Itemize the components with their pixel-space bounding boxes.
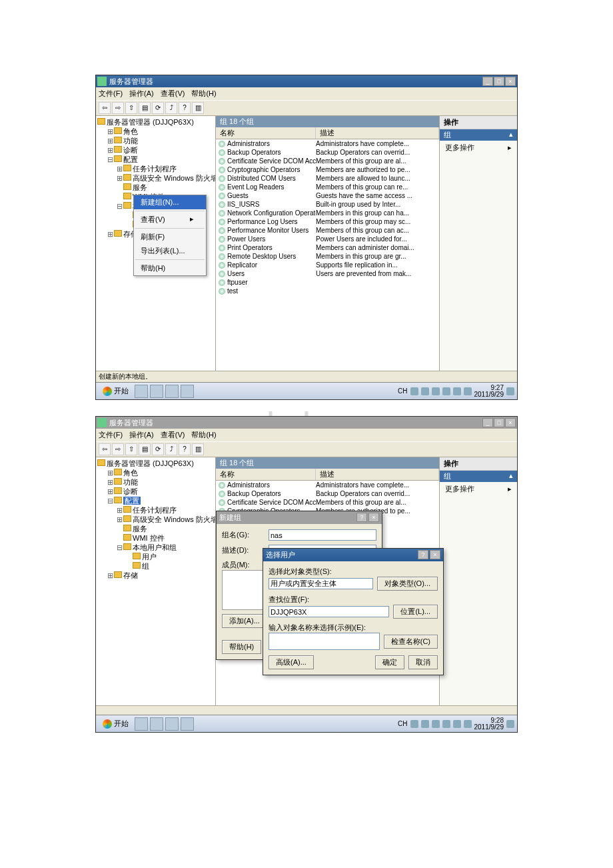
ctx-view[interactable]: 查看(V)▸ <box>134 213 206 227</box>
tree-config-selected[interactable]: 配置 <box>123 497 141 505</box>
props-icon[interactable]: ▤ <box>139 443 151 455</box>
tree-features[interactable]: 功能 <box>123 137 138 145</box>
quicklaunch-icon[interactable] <box>165 385 179 398</box>
expand-icon[interactable]: ⊞ <box>107 145 114 155</box>
ctx-export[interactable]: 导出列表(L)... <box>134 244 206 258</box>
titlebar[interactable]: 服务器管理器 _ □ × <box>96 417 517 429</box>
quicklaunch-icon[interactable] <box>150 717 163 731</box>
up-icon[interactable]: ⇧ <box>125 443 137 455</box>
tray-icon[interactable] <box>421 387 429 395</box>
tree-services[interactable]: 服务 <box>133 525 147 533</box>
quicklaunch-icon[interactable] <box>135 717 148 731</box>
quicklaunch-icon[interactable] <box>181 385 194 398</box>
collapse-icon[interactable]: ⊟ <box>116 201 123 211</box>
nav-forward-icon[interactable]: ⇨ <box>112 102 124 114</box>
tree-wmi[interactable]: WMI 控件 <box>133 534 165 542</box>
tree-pane[interactable]: 服务器管理器 (DJJQP63X) ⊞角色 ⊞功能 ⊞诊断 ⊟配置 ⊞任务计划程… <box>96 457 216 705</box>
col-desc[interactable]: 描述 <box>316 127 439 139</box>
table-row[interactable]: ftpuser <box>216 278 439 287</box>
table-row[interactable]: Event Log ReadersMembers of this group c… <box>216 183 439 191</box>
help-icon[interactable]: ? <box>179 443 191 455</box>
table-row[interactable]: UsersUsers are prevented from mak... <box>216 269 439 278</box>
tray-icon[interactable] <box>442 387 450 395</box>
expand-icon[interactable]: ⊞ <box>107 127 114 136</box>
tree-diagnostics[interactable]: 诊断 <box>123 487 138 495</box>
table-row[interactable]: Cryptographic OperatorsMembers are autho… <box>216 165 439 174</box>
tree-root[interactable]: 服务器管理器 (DJJQP63X) <box>107 118 194 126</box>
ctx-refresh[interactable]: 刷新(F) <box>134 230 206 244</box>
group-name-input[interactable] <box>269 529 376 541</box>
tree-firewall[interactable]: 高级安全 Windows 防火墙 <box>133 515 216 523</box>
tree-diagnostics[interactable]: 诊断 <box>123 146 138 154</box>
col-desc[interactable]: 描述 <box>316 469 439 480</box>
nav-back-icon[interactable]: ⇦ <box>99 102 111 114</box>
table-row[interactable]: GuestsGuests have the same access ... <box>216 191 439 200</box>
tree-users[interactable]: 用户 <box>142 553 157 561</box>
action-more[interactable]: 更多操作▸ <box>440 141 517 155</box>
props-icon[interactable]: ▤ <box>139 102 151 114</box>
tree-root[interactable]: 服务器管理器 (DJJQP63X) <box>107 459 194 467</box>
expand-icon[interactable]: ⊞ <box>107 229 114 239</box>
table-row[interactable]: Backup OperatorsBackup Operators can ove… <box>216 148 439 157</box>
quicklaunch-icon[interactable] <box>135 385 148 398</box>
expand-icon[interactable]: ⊞ <box>116 505 123 515</box>
close-button[interactable]: × <box>368 513 379 522</box>
maximize-button[interactable]: □ <box>494 418 504 427</box>
table-row[interactable]: Backup OperatorsBackup Operators can ove… <box>216 489 439 498</box>
ctx-new-group[interactable]: 新建组(N)... <box>134 195 206 209</box>
menu-action[interactable]: 操作(A) <box>129 430 154 440</box>
advanced-button[interactable]: 高级(A)... <box>269 655 314 669</box>
table-row[interactable]: Remote Desktop UsersMembers in this grou… <box>216 252 439 261</box>
expand-icon[interactable]: ⊞ <box>107 136 114 145</box>
location-input[interactable] <box>269 606 389 617</box>
tree-groups[interactable]: 组 <box>142 562 149 570</box>
object-types-button[interactable]: 对象类型(O)... <box>377 577 438 591</box>
tray-icon[interactable] <box>506 720 514 728</box>
quicklaunch-icon[interactable] <box>165 717 179 731</box>
collapse-icon[interactable]: ⊟ <box>107 155 114 164</box>
minimize-button[interactable]: _ <box>482 418 493 427</box>
collapse-up-icon[interactable]: ▴ <box>509 471 513 481</box>
tree-task-scheduler[interactable]: 任务计划程序 <box>133 165 177 173</box>
expand-icon[interactable]: ⊞ <box>116 173 123 183</box>
tree-features[interactable]: 功能 <box>123 478 138 486</box>
ok-button[interactable]: 确定 <box>375 655 404 669</box>
table-row[interactable]: IIS_IUSRSBuilt-in group used by Inter... <box>216 200 439 209</box>
close-button[interactable]: × <box>430 550 440 559</box>
help-button[interactable]: ? <box>418 550 428 559</box>
help-icon[interactable]: ? <box>179 102 191 114</box>
tray-icon[interactable] <box>410 720 418 728</box>
help-button[interactable]: 帮助(H) <box>222 640 261 654</box>
tree-roles[interactable]: 角色 <box>123 127 138 135</box>
tray-icon[interactable] <box>432 387 440 395</box>
tree-firewall[interactable]: 高级安全 Windows 防火墙 <box>133 174 216 182</box>
col-name[interactable]: 名称 <box>216 469 316 480</box>
locations-button[interactable]: 位置(L)... <box>393 605 438 619</box>
quicklaunch-icon[interactable] <box>181 717 194 731</box>
table-row[interactable]: test <box>216 287 439 295</box>
tray-icon[interactable] <box>432 720 440 728</box>
menu-help[interactable]: 帮助(H) <box>191 430 216 440</box>
groups-list[interactable]: AdministratorsAdministrators have comple… <box>216 139 439 371</box>
table-row[interactable]: Print OperatorsMembers can administer do… <box>216 243 439 252</box>
table-row[interactable]: Network Configuration OperatorsMembers i… <box>216 209 439 217</box>
nav-forward-icon[interactable]: ⇨ <box>112 443 124 455</box>
up-icon[interactable]: ⇧ <box>125 102 137 114</box>
expand-icon[interactable]: ⊞ <box>107 468 114 477</box>
expand-icon[interactable]: ⊞ <box>107 571 114 580</box>
tree-config[interactable]: 配置 <box>123 155 138 163</box>
menu-view[interactable]: 查看(V) <box>161 89 185 99</box>
check-names-button[interactable]: 检查名称(C) <box>384 635 438 649</box>
menu-view[interactable]: 查看(V) <box>161 430 185 440</box>
tray-icon[interactable] <box>453 387 461 395</box>
menu-file[interactable]: 文件(F) <box>99 430 123 440</box>
menu-action[interactable]: 操作(A) <box>129 89 154 99</box>
table-row[interactable]: AdministratorsAdministrators have comple… <box>216 139 439 148</box>
menu-file[interactable]: 文件(F) <box>99 89 123 99</box>
table-row[interactable]: Certificate Service DCOM AccessMembers o… <box>216 498 439 507</box>
start-button[interactable]: 开始 <box>99 385 133 397</box>
tree-local-users-groups[interactable]: 本地用户和组 <box>133 543 177 551</box>
collapse-up-icon[interactable]: ▴ <box>509 130 513 140</box>
table-row[interactable]: Performance Log UsersMembers of this gro… <box>216 217 439 226</box>
table-row[interactable]: AdministratorsAdministrators have comple… <box>216 481 439 489</box>
